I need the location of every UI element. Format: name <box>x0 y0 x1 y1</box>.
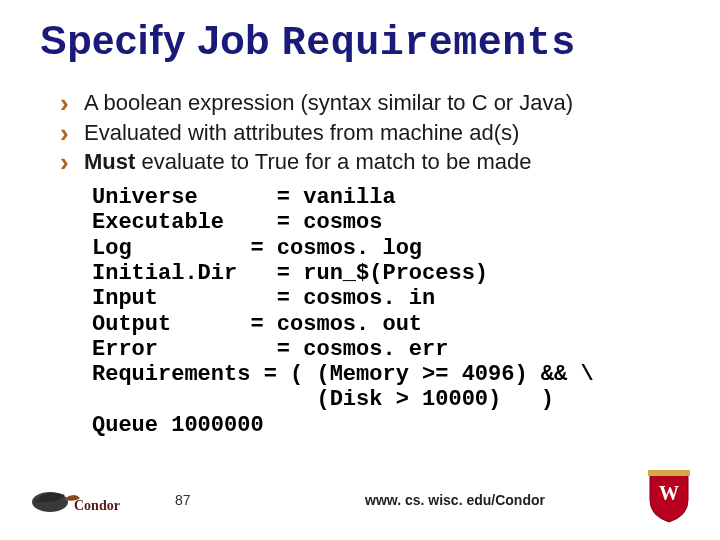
bullet-item: Must evaluate to True for a match to be … <box>60 147 720 177</box>
bullet-list: A boolean expression (syntax similar to … <box>0 66 720 177</box>
svg-text:Condor: Condor <box>74 498 120 513</box>
bullet-text: A boolean expression (syntax similar to … <box>84 90 573 115</box>
slide-title: Specify Job Requirements <box>0 0 720 66</box>
page-number: 87 <box>175 492 191 508</box>
title-mono: Requirements <box>282 21 576 66</box>
svg-rect-3 <box>648 470 690 476</box>
bullet-item: A boolean expression (syntax similar to … <box>60 88 720 118</box>
title-plain: Specify Job <box>40 18 282 62</box>
svg-text:W: W <box>659 482 679 504</box>
code-block: Universe = vanilla Executable = cosmos L… <box>0 177 720 438</box>
bullet-text: Evaluated with attributes from machine a… <box>84 120 519 145</box>
bullet-item: Evaluated with attributes from machine a… <box>60 118 720 148</box>
footer: Condor 87 www. cs. wisc. edu/Condor W <box>0 466 720 526</box>
condor-logo: Condor <box>30 480 140 520</box>
bullet-text: evaluate to True for a match to be made <box>135 149 531 174</box>
footer-url: www. cs. wisc. edu/Condor <box>365 492 545 508</box>
wisconsin-crest-logo: W <box>646 470 692 524</box>
